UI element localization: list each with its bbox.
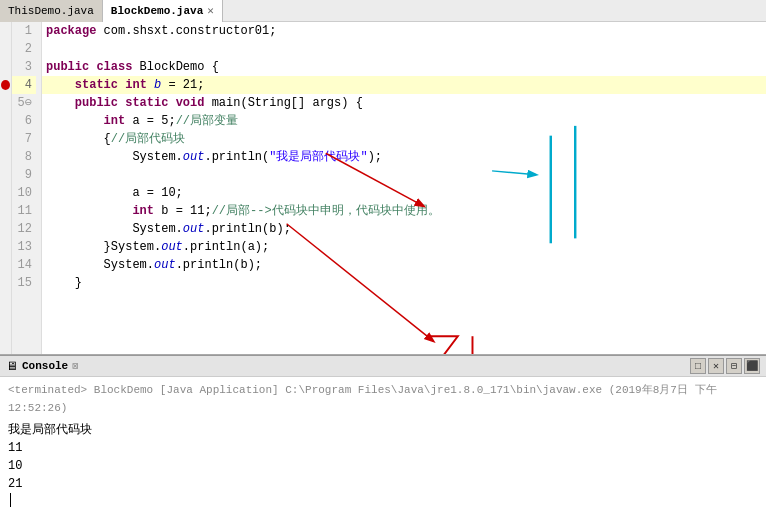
tab-this-demo-label: ThisDemo.java (8, 5, 94, 17)
console-title-label: Console (22, 360, 68, 372)
line-numbers: 1 2 3 4 5⊖ 6 7 8 9 10 11 12 13 14 15 (12, 22, 42, 355)
code-line-9 (42, 166, 766, 184)
code-line-15: } (42, 274, 766, 292)
code-container: 1 2 3 4 5⊖ 6 7 8 9 10 11 12 13 14 15 pac… (0, 22, 766, 355)
line-num-8: 8 (12, 148, 36, 166)
breakpoint-area (0, 22, 12, 355)
console-terminated-text: <terminated> BlockDemo [Java Application… (8, 381, 758, 417)
console-remove-button[interactable]: ⊟ (726, 358, 742, 374)
console-output-line-4: 21 (8, 475, 758, 493)
console-output-line-2: 11 (8, 439, 758, 457)
line-num-10: 10 (12, 184, 36, 202)
line-num-2: 2 (12, 40, 36, 58)
tab-block-demo[interactable]: BlockDemo.java ✕ (103, 0, 223, 22)
code-line-5: public static void main(String[] args) { (42, 94, 766, 112)
tab-bar: ThisDemo.java BlockDemo.java ✕ (0, 0, 766, 22)
code-line-14: System.out.println(b); (42, 256, 766, 274)
code-line-3: public class BlockDemo { (42, 58, 766, 76)
code-lines[interactable]: package com.shsxt.constructor01; public … (42, 22, 766, 355)
line-num-3: 3 (12, 58, 36, 76)
code-line-2 (42, 40, 766, 58)
console-link-icon: ⊠ (72, 360, 78, 372)
editor-area: ThisDemo.java BlockDemo.java ✕ 1 2 3 4 5… (0, 0, 766, 355)
console-pin-button[interactable]: ⬛ (744, 358, 760, 374)
line-num-1: 1 (12, 22, 36, 40)
breakpoint-dot (1, 80, 10, 90)
line-num-13: 13 (12, 238, 36, 256)
line-num-4: 4 (12, 76, 36, 94)
code-line-7: {//局部代码块 (42, 130, 766, 148)
console-output-line-3: 10 (8, 457, 758, 475)
line-num-15: 15 (12, 274, 36, 292)
line-num-6: 6 (12, 112, 36, 130)
console-content: <terminated> BlockDemo [Java Application… (0, 377, 766, 511)
code-line-12: System.out.println(b); (42, 220, 766, 238)
tab-close-icon[interactable]: ✕ (207, 4, 214, 17)
tab-block-demo-label: BlockDemo.java (111, 5, 203, 17)
code-line-11: int b = 11;//局部-->代码块中申明，代码块中使用。 (42, 202, 766, 220)
console-terminate-button[interactable]: ✕ (708, 358, 724, 374)
code-line-1: package com.shsxt.constructor01; (42, 22, 766, 40)
line-num-7: 7 (12, 130, 36, 148)
text-cursor (10, 493, 18, 507)
line-num-11: 11 (12, 202, 36, 220)
code-line-8: System.out.println("我是局部代码块"); (42, 148, 766, 166)
console-output-line-1: 我是局部代码块 (8, 421, 758, 439)
console-icon: 🖥 (6, 359, 18, 374)
code-line-4: static int b = 21; (42, 76, 766, 94)
cursor-line (8, 493, 758, 507)
console-area: 🖥 Console ⊠ □ ✕ ⊟ ⬛ <terminated> BlockDe… (0, 355, 766, 524)
line-num-5: 5⊖ (12, 94, 36, 112)
console-title-group: 🖥 Console ⊠ (6, 359, 78, 374)
line-num-9: 9 (12, 166, 36, 184)
code-line-10: a = 10; (42, 184, 766, 202)
line-num-14: 14 (12, 256, 36, 274)
tab-this-demo[interactable]: ThisDemo.java (0, 0, 103, 22)
console-header: 🖥 Console ⊠ □ ✕ ⊟ ⬛ (0, 355, 766, 377)
code-line-6: int a = 5;//局部变量 (42, 112, 766, 130)
line-num-12: 12 (12, 220, 36, 238)
console-clear-button[interactable]: □ (690, 358, 706, 374)
console-actions: □ ✕ ⊟ ⬛ (690, 358, 760, 374)
code-line-13: }System.out.println(a); (42, 238, 766, 256)
